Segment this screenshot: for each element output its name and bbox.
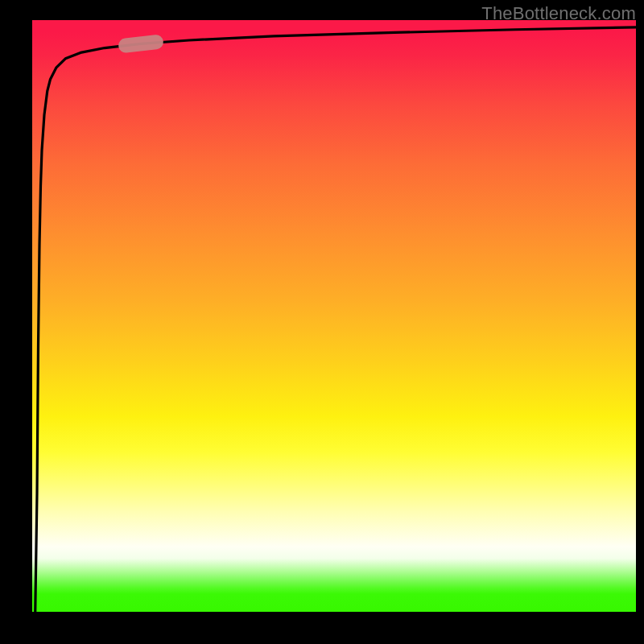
- chart-container: TheBottleneck.com: [0, 0, 644, 644]
- chart-background-gradient: [32, 20, 636, 612]
- watermark-text: TheBottleneck.com: [481, 3, 636, 24]
- plot-area: [32, 20, 636, 612]
